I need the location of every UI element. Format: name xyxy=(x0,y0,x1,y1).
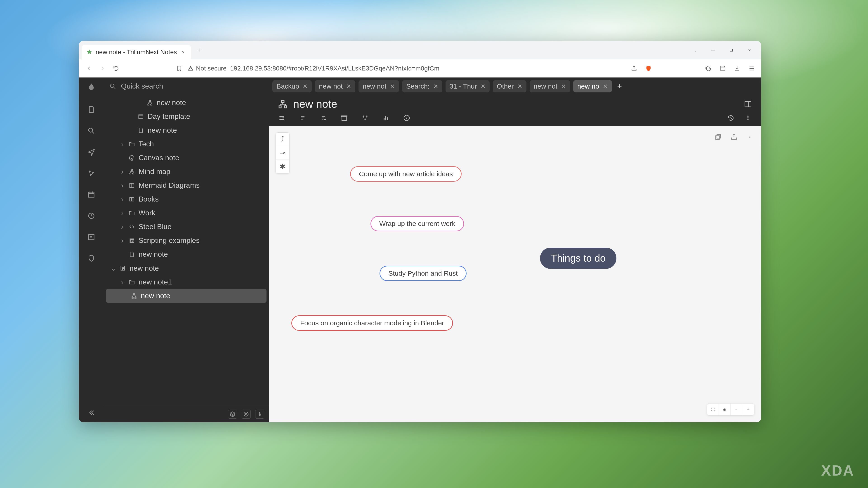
tab-close-icon[interactable]: ✕ xyxy=(303,83,308,90)
note-tab[interactable]: Other✕ xyxy=(493,80,526,92)
tab-close-icon[interactable]: ✕ xyxy=(433,83,438,90)
note-tab[interactable]: Backup✕ xyxy=(272,80,312,92)
reload-button[interactable] xyxy=(112,64,121,73)
more-icon[interactable] xyxy=(744,114,752,122)
stats-icon[interactable] xyxy=(382,114,390,122)
layers-icon[interactable] xyxy=(228,410,237,419)
settings-icon[interactable] xyxy=(278,114,286,122)
graph-icon[interactable] xyxy=(86,168,96,178)
revisions-icon[interactable] xyxy=(727,114,735,122)
tree-caret-icon[interactable]: › xyxy=(120,209,125,217)
tree-caret-icon[interactable]: ⌄ xyxy=(111,264,116,272)
tab-close-icon[interactable]: ✕ xyxy=(180,49,186,55)
mindmap-canvas[interactable]: ⤴ ⊸ ✱ » Things to doCome up with new art… xyxy=(269,126,761,422)
tab-label: Search: xyxy=(406,83,430,90)
tree-caret-icon[interactable]: › xyxy=(120,278,125,286)
tree-item[interactable]: new note xyxy=(104,123,269,137)
share-icon[interactable] xyxy=(630,64,638,72)
search-rail-icon[interactable] xyxy=(86,126,96,136)
maximize-button[interactable]: ☐ xyxy=(727,46,736,55)
tree-caret-icon[interactable]: › xyxy=(120,181,125,190)
collapse-rail-icon[interactable] xyxy=(86,408,96,418)
send-icon[interactable] xyxy=(86,147,96,157)
tree-caret-icon[interactable]: › xyxy=(120,223,125,231)
tree-caret-icon[interactable]: › xyxy=(120,167,125,176)
split-view-icon[interactable] xyxy=(744,100,752,108)
tree-item[interactable]: ›Steel Blue xyxy=(104,220,269,234)
target-icon[interactable] xyxy=(242,410,251,419)
note-tab[interactable]: Search:✕ xyxy=(402,80,442,92)
tree-item[interactable]: ›Tech xyxy=(104,137,269,151)
shield-icon[interactable] xyxy=(86,253,96,263)
tree-item[interactable]: Canvas note xyxy=(104,151,269,165)
recenter-icon[interactable]: ◉ xyxy=(719,403,731,415)
calendar-icon[interactable] xyxy=(86,190,96,199)
tree-caret-icon[interactable]: › xyxy=(120,236,125,245)
bookmark-rail-icon[interactable] xyxy=(86,232,96,242)
sitemap-icon xyxy=(278,99,288,109)
note-tab[interactable]: 31 - Thur✕ xyxy=(445,80,490,92)
tree-item[interactable]: new note xyxy=(104,248,269,261)
tree-item[interactable]: new note xyxy=(106,289,267,303)
url-bar[interactable]: Not secure 192.168.29.53:8080/#root/R12l… xyxy=(125,64,625,73)
menu-icon[interactable] xyxy=(747,64,756,72)
back-button[interactable] xyxy=(84,64,93,73)
svg-rect-13 xyxy=(130,173,131,174)
mindmap-node[interactable]: Come up with new article ideas xyxy=(350,166,462,182)
note-tab[interactable]: new not✕ xyxy=(359,80,399,92)
tree-caret-icon[interactable]: › xyxy=(120,195,125,203)
tree-item[interactable]: ›Work xyxy=(104,206,269,220)
app-logo-icon[interactable] xyxy=(86,82,97,93)
archive-icon[interactable] xyxy=(340,114,348,122)
tab-close-icon[interactable]: ✕ xyxy=(480,83,486,90)
zoom-in-icon[interactable]: + xyxy=(742,403,754,415)
new-tab-button[interactable]: + xyxy=(195,46,204,55)
tab-close-icon[interactable]: ✕ xyxy=(346,83,351,90)
browser-tab[interactable]: new note - TriliumNext Notes ✕ xyxy=(82,45,191,59)
mindmap-node[interactable]: Wrap up the current work xyxy=(370,216,464,231)
minimize-button[interactable]: — xyxy=(709,46,718,55)
note-tab[interactable]: new not✕ xyxy=(530,80,570,92)
add-tab-button[interactable]: + xyxy=(615,82,624,91)
quick-search[interactable]: Quick search xyxy=(104,77,269,95)
tree-caret-icon[interactable]: › xyxy=(120,140,125,148)
tree-item[interactable]: ⌄new note xyxy=(104,261,269,275)
note-tab[interactable]: new no✕ xyxy=(573,80,612,92)
tab-close-icon[interactable]: ✕ xyxy=(518,83,522,90)
list-icon[interactable] xyxy=(299,114,307,122)
info-icon[interactable] xyxy=(403,114,411,122)
tab-close-icon[interactable]: ✕ xyxy=(390,83,395,90)
close-window-button[interactable]: ✕ xyxy=(745,46,754,55)
brave-shield-icon[interactable] xyxy=(645,64,653,72)
wallet-icon[interactable] xyxy=(719,64,727,72)
tree-label: Scripting examples xyxy=(138,236,265,245)
security-badge[interactable]: Not secure xyxy=(187,65,226,72)
tab-close-icon[interactable]: ✕ xyxy=(603,83,608,90)
downloads-icon[interactable] xyxy=(733,64,741,72)
app-content: Quick search new noteDay templatenew not… xyxy=(79,77,761,422)
mindmap-node[interactable]: Focus on organic character modeling in B… xyxy=(291,315,453,331)
tree-item[interactable]: Day template xyxy=(104,109,269,123)
history-icon[interactable] xyxy=(86,211,96,221)
mindmap-node[interactable]: Study Python and Rust xyxy=(379,266,467,281)
list-add-icon[interactable] xyxy=(319,114,328,122)
tree-item[interactable]: ›Mind map xyxy=(104,165,269,178)
tab-close-icon[interactable]: ✕ xyxy=(561,83,566,90)
tree-item[interactable]: ›Mermaid Diagrams xyxy=(104,178,269,192)
fullscreen-icon[interactable]: ⛶ xyxy=(707,403,719,415)
mindmap-root-node[interactable]: Things to do xyxy=(540,248,616,269)
tree-item[interactable]: ›JSScripting examples xyxy=(104,234,269,248)
note-title[interactable]: new note xyxy=(293,98,337,110)
forward-button[interactable] xyxy=(98,64,107,73)
tree-item[interactable]: ›Books xyxy=(104,192,269,206)
tree-item[interactable]: ›new note1 xyxy=(104,275,269,289)
zoom-out-icon[interactable]: − xyxy=(731,403,742,415)
extensions-icon[interactable] xyxy=(704,64,712,72)
note-tab[interactable]: new not✕ xyxy=(315,80,355,92)
tree-item[interactable]: new note xyxy=(104,96,269,109)
branch-icon[interactable] xyxy=(361,114,369,122)
tree-icon[interactable] xyxy=(255,410,264,419)
bookmark-icon[interactable] xyxy=(175,64,184,73)
new-note-icon[interactable] xyxy=(86,105,96,115)
chevron-down-icon[interactable]: ⌄ xyxy=(690,46,700,55)
